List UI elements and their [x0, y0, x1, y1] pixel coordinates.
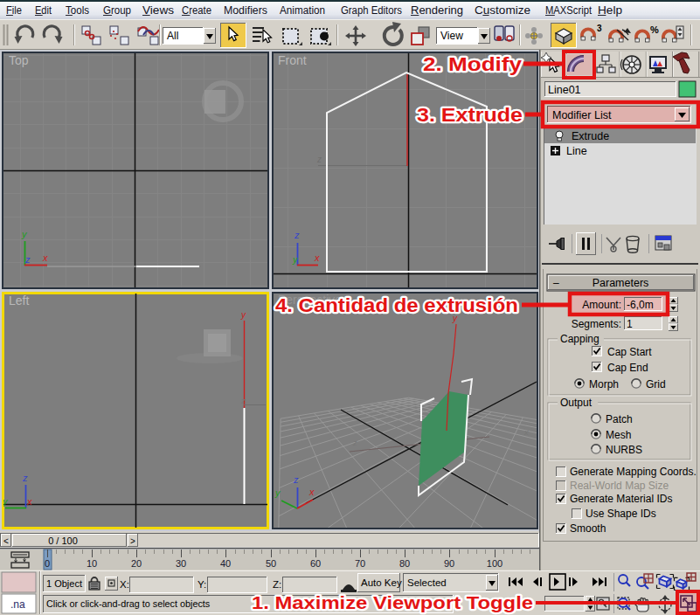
svg-text:Smooth: Smooth	[570, 522, 606, 535]
svg-text:View: View	[440, 30, 463, 42]
svg-text:Cap End: Cap End	[607, 362, 648, 374]
svg-text:Y:: Y:	[198, 579, 206, 590]
svg-text:90: 90	[444, 558, 454, 569]
svg-text:–: –	[553, 277, 559, 289]
svg-text:y: y	[240, 310, 246, 320]
svg-text:Modifiers: Modifiers	[224, 4, 267, 17]
svg-text:Edit: Edit	[35, 4, 52, 17]
svg-text:0 / 100: 0 / 100	[48, 536, 78, 546]
svg-text:Use Shape IDs: Use Shape IDs	[586, 508, 656, 520]
svg-text:>: >	[130, 536, 135, 546]
svg-text:X:: X:	[120, 579, 129, 590]
svg-text:Graph Editors: Graph Editors	[341, 4, 402, 17]
svg-text:Capping: Capping	[560, 333, 600, 345]
svg-text:MAXScript: MAXScript	[545, 4, 592, 17]
svg-text:1. Maximize Viewport Toggle: 1. Maximize Viewport Toggle	[252, 592, 533, 612]
svg-text:10: 10	[87, 558, 97, 569]
svg-text:40: 40	[220, 558, 231, 569]
svg-text:Morph: Morph	[589, 378, 619, 390]
svg-text:4. Cantidad de extrusión: 4. Cantidad de extrusión	[275, 294, 518, 316]
svg-text:Segments:: Segments:	[572, 318, 621, 330]
svg-text:Real-World Map Size: Real-World Map Size	[570, 480, 669, 492]
svg-text:3: 3	[597, 24, 602, 33]
svg-text:.na: .na	[10, 598, 25, 611]
svg-text:Front: Front	[278, 53, 307, 67]
svg-text:Output: Output	[560, 397, 593, 409]
svg-text:Cap Start: Cap Start	[607, 346, 652, 358]
svg-text:Extrude: Extrude	[572, 130, 609, 142]
svg-text:Patch: Patch	[606, 413, 633, 425]
svg-text:Line: Line	[566, 145, 587, 157]
svg-text:x: x	[308, 487, 315, 497]
svg-text:Mesh: Mesh	[606, 429, 631, 441]
svg-text:NURBS: NURBS	[606, 444, 642, 456]
svg-text:70: 70	[355, 558, 365, 569]
svg-text:Generate Material IDs: Generate Material IDs	[570, 493, 672, 505]
svg-text:50: 50	[266, 558, 276, 569]
svg-text:Modifier List: Modifier List	[552, 109, 612, 121]
svg-text:3. Extrude: 3. Extrude	[417, 104, 523, 126]
svg-text:Rendering: Rendering	[411, 4, 463, 17]
svg-text:Tools: Tools	[66, 4, 89, 17]
svg-text:1 Object: 1 Object	[46, 578, 82, 589]
svg-text:z: z	[293, 474, 299, 485]
svg-text:Views: Views	[142, 4, 174, 17]
svg-text:80: 80	[399, 558, 410, 569]
svg-text:Amount:: Amount:	[582, 299, 621, 311]
svg-text:0: 0	[45, 558, 50, 569]
svg-text:Parameters: Parameters	[593, 277, 649, 289]
svg-text:Selected: Selected	[407, 577, 447, 588]
svg-text:2. Modify: 2. Modify	[423, 53, 523, 75]
svg-text:30: 30	[176, 558, 186, 569]
svg-text:1: 1	[627, 318, 633, 330]
svg-text:Create: Create	[182, 4, 211, 17]
svg-text:z: z	[316, 155, 322, 164]
svg-text:x: x	[42, 252, 48, 263]
svg-text:20: 20	[131, 558, 142, 569]
svg-text:-6,0m: -6,0m	[627, 299, 654, 311]
svg-text:z: z	[22, 473, 28, 483]
svg-text:Grid: Grid	[646, 378, 666, 390]
svg-text:z: z	[240, 397, 246, 405]
svg-text:Generate Mapping Coords.: Generate Mapping Coords.	[570, 466, 697, 478]
svg-text:x: x	[26, 496, 32, 507]
svg-text:z: z	[352, 439, 357, 447]
svg-text:x: x	[523, 428, 529, 437]
svg-text:All: All	[167, 30, 178, 42]
svg-text:Line01: Line01	[548, 84, 581, 96]
svg-text:Customize: Customize	[475, 4, 530, 17]
svg-text:Top: Top	[9, 53, 29, 67]
svg-text:Left: Left	[9, 294, 29, 308]
svg-text:Animation: Animation	[280, 4, 325, 17]
svg-text:Help: Help	[598, 4, 622, 17]
svg-text:Click or click-and-drag to sel: Click or click-and-drag to select object…	[46, 598, 211, 609]
svg-text:File: File	[6, 4, 22, 17]
svg-text:100: 100	[487, 558, 502, 569]
svg-text:%: %	[650, 24, 659, 35]
svg-text:z: z	[294, 230, 300, 240]
svg-text:z: z	[24, 254, 31, 265]
svg-text:Group: Group	[103, 4, 131, 17]
svg-text:Auto Key: Auto Key	[361, 577, 402, 588]
svg-text:60: 60	[310, 558, 321, 569]
svg-text:<: <	[3, 536, 9, 546]
svg-text:x: x	[314, 252, 320, 263]
svg-text:Z:: Z:	[273, 579, 281, 590]
